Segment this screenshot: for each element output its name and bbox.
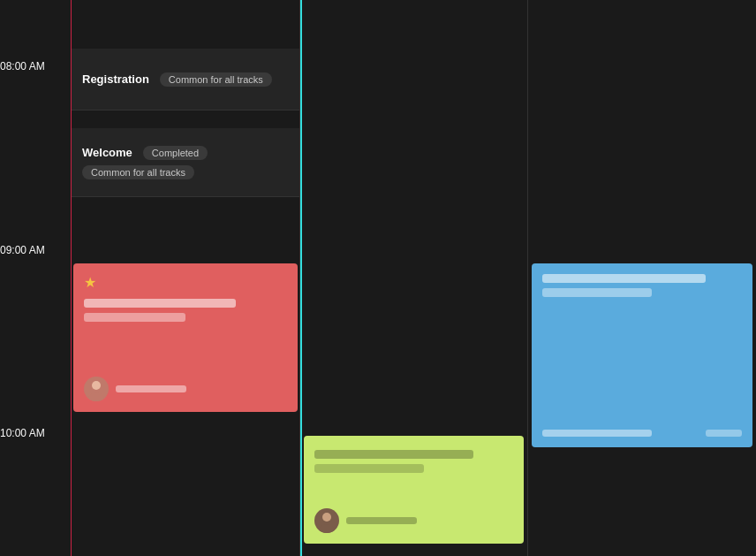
- svg-point-2: [322, 513, 331, 522]
- green-card-avatar-row: [314, 508, 417, 533]
- blue-title-line1: [542, 274, 706, 283]
- svg-point-0: [92, 381, 101, 390]
- red-title-line1: [84, 299, 236, 308]
- welcome-title: Welcome: [82, 146, 132, 159]
- blue-footer-line: [542, 430, 652, 437]
- red-card-avatar-row: [84, 377, 186, 401]
- time-column: 08:00 AM 09:00 AM 10:00 AM: [0, 0, 71, 556]
- svg-point-3: [319, 524, 335, 533]
- blue-event-card[interactable]: [532, 263, 752, 447]
- time-label-10am: 10:00 AM: [0, 427, 45, 439]
- registration-badge: Common for all tracks: [160, 72, 272, 87]
- green-title-line2: [314, 464, 424, 473]
- green-card-avatar: [314, 508, 339, 533]
- green-title-line1: [314, 450, 474, 459]
- time-label-9am: 09:00 AM: [0, 244, 45, 256]
- red-title-line2: [84, 313, 185, 322]
- welcome-session: Welcome Completed Common for all tracks: [72, 128, 299, 197]
- grid-area: Registration Common for all tracks Welco…: [71, 0, 756, 556]
- red-event-card[interactable]: ★: [73, 263, 298, 412]
- time-label-8am: 08:00 AM: [0, 60, 45, 72]
- registration-title: Registration: [82, 72, 149, 86]
- red-card-speaker-name: [116, 385, 186, 392]
- svg-point-1: [88, 392, 104, 401]
- red-card-avatar: [84, 377, 109, 401]
- track-column-3: [527, 0, 756, 556]
- green-card-speaker-name: [346, 517, 417, 524]
- blue-footer-small: [706, 430, 742, 437]
- green-event-card[interactable]: [304, 436, 525, 544]
- blue-title-line2: [542, 288, 652, 297]
- teal-line: [300, 0, 302, 556]
- track-column-1: Registration Common for all tracks Welco…: [71, 0, 299, 556]
- track-column-2: [299, 0, 528, 556]
- star-icon: ★: [84, 274, 96, 291]
- registration-session: Registration Common for all tracks: [72, 49, 299, 110]
- welcome-common-badge: Common for all tracks: [82, 165, 194, 179]
- completed-badge: Completed: [143, 146, 208, 160]
- schedule-container: 08:00 AM 09:00 AM 10:00 AM Registration …: [0, 0, 756, 556]
